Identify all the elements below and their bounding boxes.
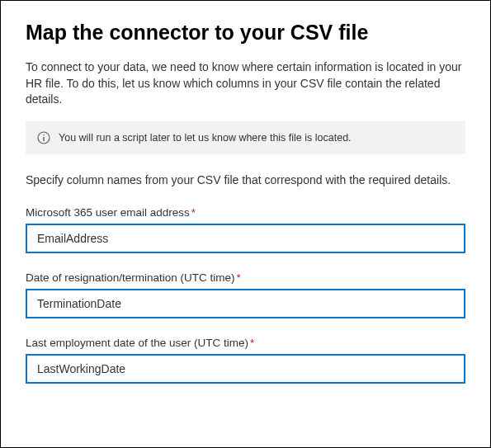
- label-text: Last employment date of the user (UTC ti…: [26, 337, 248, 349]
- lastworking-column-input[interactable]: [26, 354, 465, 384]
- svg-point-2: [43, 134, 45, 135]
- label-text: Date of resignation/termination (UTC tim…: [26, 271, 235, 284]
- field-group-lastworking: Last employment date of the user (UTC ti…: [26, 337, 465, 384]
- field-group-termination: Date of resignation/termination (UTC tim…: [26, 271, 465, 318]
- field-label-lastworking: Last employment date of the user (UTC ti…: [26, 337, 465, 349]
- info-banner-text: You will run a script later to let us kn…: [59, 132, 352, 144]
- required-asterisk: *: [237, 271, 241, 284]
- info-icon: [37, 131, 50, 144]
- required-asterisk: *: [250, 337, 254, 349]
- section-text: Specify column names from your CSV file …: [26, 172, 465, 189]
- termination-column-input[interactable]: [26, 289, 465, 318]
- label-text: Microsoft 365 user email address: [26, 206, 190, 219]
- field-group-email: Microsoft 365 user email address*: [26, 206, 465, 253]
- required-asterisk: *: [191, 206, 196, 219]
- email-column-input[interactable]: [26, 224, 465, 253]
- field-label-termination: Date of resignation/termination (UTC tim…: [26, 271, 465, 284]
- page-title: Map the connector to your CSV file: [26, 21, 465, 45]
- info-banner: You will run a script later to let us kn…: [26, 121, 465, 154]
- intro-text: To connect to your data, we need to know…: [26, 59, 465, 108]
- field-label-email: Microsoft 365 user email address*: [26, 206, 465, 219]
